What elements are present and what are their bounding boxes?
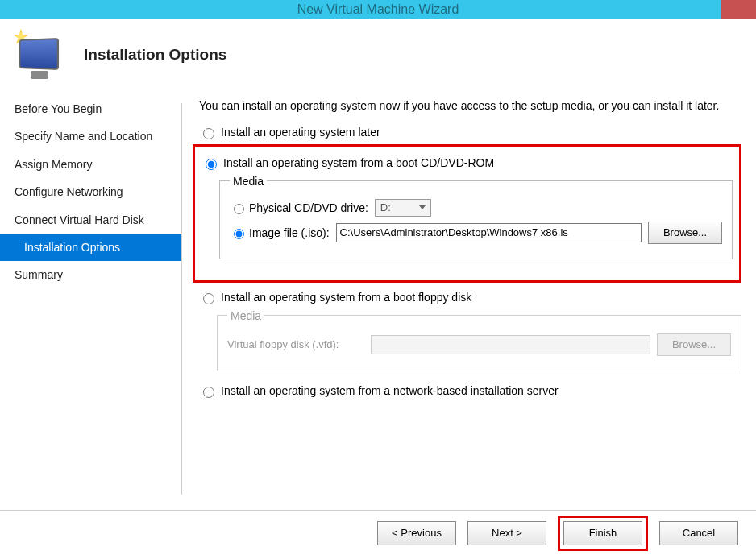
finish-button[interactable]: Finish <box>563 521 642 545</box>
sidebar-item-installation-options[interactable]: Installation Options <box>0 234 181 261</box>
chevron-down-icon <box>419 205 426 209</box>
sidebar-item-connect-vhd[interactable]: Connect Virtual Hard Disk <box>0 206 181 234</box>
media-fieldset: Media Physical CD/DVD drive: D: Image fi… <box>219 175 733 259</box>
wizard-header: Installation Options <box>0 19 756 90</box>
sidebar-item-summary[interactable]: Summary <box>0 261 181 288</box>
floppy-legend: Media <box>227 309 264 322</box>
finish-highlight: Finish <box>558 516 648 551</box>
label-install-floppy: Install an operating system from a boot … <box>221 291 471 304</box>
next-button[interactable]: Next > <box>467 521 546 545</box>
radio-install-later[interactable] <box>203 128 214 139</box>
highlighted-section: Install an operating system from a boot … <box>193 144 741 283</box>
window-close-button[interactable] <box>721 0 756 19</box>
window-title: New Virtual Machine Wizard <box>297 2 459 17</box>
wizard-icon <box>11 31 68 79</box>
title-bar: New Virtual Machine Wizard <box>0 0 756 19</box>
floppy-fieldset: Media Virtual floppy disk (.vfd): Browse… <box>217 309 741 371</box>
label-vfd: Virtual floppy disk (.vfd): <box>227 338 364 350</box>
browse-vfd-button: Browse... <box>657 333 731 356</box>
wizard-sidebar: Before You Begin Specify Name and Locati… <box>0 90 181 541</box>
input-vfd-path <box>371 335 650 354</box>
label-image-file[interactable]: Image file (.iso): <box>230 226 330 239</box>
sidebar-item-specify-name[interactable]: Specify Name and Location <box>0 122 181 150</box>
radio-install-cd[interactable] <box>206 159 217 170</box>
label-install-network: Install an operating system from a netwo… <box>221 384 559 397</box>
divider <box>181 103 182 495</box>
sidebar-item-before-you-begin[interactable]: Before You Begin <box>0 95 181 122</box>
sidebar-item-configure-networking[interactable]: Configure Networking <box>0 178 181 205</box>
label-install-later: Install an operating system later <box>221 126 380 139</box>
radio-install-floppy[interactable] <box>203 293 214 304</box>
sidebar-item-assign-memory[interactable]: Assign Memory <box>0 151 181 178</box>
cancel-button[interactable]: Cancel <box>659 521 738 545</box>
radio-image-file[interactable] <box>234 229 244 239</box>
wizard-content: You can install an operating system now … <box>181 90 756 541</box>
radio-physical-drive[interactable] <box>234 204 244 214</box>
media-legend: Media <box>230 175 267 188</box>
radio-install-network[interactable] <box>203 387 214 398</box>
input-image-path[interactable] <box>336 223 642 242</box>
intro-text: You can install an operating system now … <box>199 98 741 114</box>
wizard-footer: < Previous Next > Finish Cancel <box>0 510 756 555</box>
previous-button[interactable]: < Previous <box>377 521 456 545</box>
browse-iso-button[interactable]: Browse... <box>648 222 722 244</box>
label-physical-drive[interactable]: Physical CD/DVD drive: <box>230 201 368 214</box>
label-install-cd: Install an operating system from a boot … <box>223 156 494 169</box>
select-physical-drive[interactable]: D: <box>375 199 431 217</box>
wizard-title: Installation Options <box>84 46 226 64</box>
